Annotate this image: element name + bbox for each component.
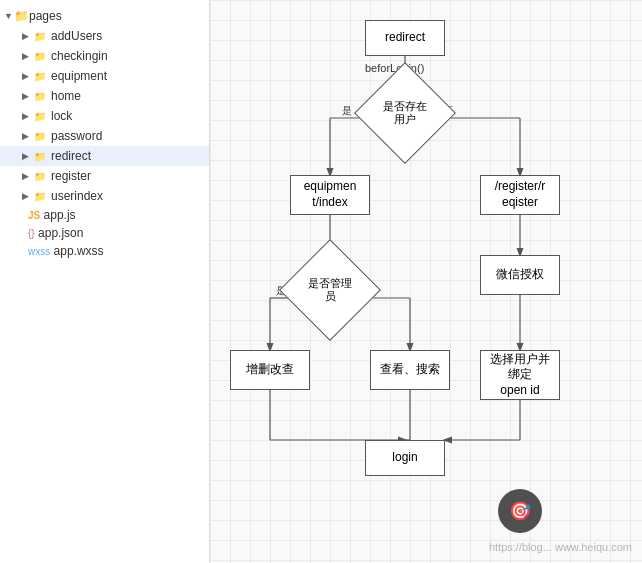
sidebar-label-checkingin: checkingin	[51, 49, 108, 63]
sidebar-label-app-json: app.json	[38, 226, 83, 240]
expand-arrow-pages: ▼	[4, 11, 14, 21]
folder-icon-addUsers: 📁	[32, 28, 48, 44]
folder-icon-equipment: 📁	[32, 68, 48, 84]
sidebar-item-register[interactable]: ▶ 📁 register	[0, 166, 209, 186]
sidebar-label-userindex: userindex	[51, 189, 103, 203]
arrow-password: ▶	[22, 131, 32, 141]
sidebar-item-equipment[interactable]: ▶ 📁 equipment	[0, 66, 209, 86]
node-wechat-auth: 微信授权	[480, 255, 560, 295]
folder-icon-redirect: 📁	[32, 148, 48, 164]
arrow-register: ▶	[22, 171, 32, 181]
sidebar-item-app-js[interactable]: JS app.js	[0, 206, 209, 224]
svg-text:是: 是	[342, 105, 352, 116]
folder-icon-password: 📁	[32, 128, 48, 144]
node-redirect: redirect	[365, 20, 445, 56]
sidebar-label-app-wxss: app.wxss	[54, 244, 104, 258]
node-user-exists-label: 是否存在用户	[383, 100, 427, 126]
node-wechat-auth-label: 微信授权	[496, 267, 544, 283]
sidebar-label-register: register	[51, 169, 91, 183]
node-redirect-label: redirect	[385, 30, 425, 46]
arrow-checkingin: ▶	[22, 51, 32, 61]
node-login: login	[365, 440, 445, 476]
logo-icon: 🎯	[509, 500, 531, 522]
folder-icon-userindex: 📁	[32, 188, 48, 204]
sidebar-label-password: password	[51, 129, 102, 143]
arrow-equipment: ▶	[22, 71, 32, 81]
js-icon: JS	[28, 210, 40, 221]
folder-icon-checkingin: 📁	[32, 48, 48, 64]
sidebar-item-lock[interactable]: ▶ 📁 lock	[0, 106, 209, 126]
node-view-search-label: 查看、搜索	[380, 362, 440, 378]
node-is-admin-label: 是否管理员	[308, 277, 352, 303]
node-register-label: /register/reqister	[495, 179, 546, 210]
node-view-search: 查看、搜索	[370, 350, 450, 390]
watermark-text: https://blog... www.heiqu.com	[489, 541, 632, 553]
sidebar-label-redirect: redirect	[51, 149, 91, 163]
node-select-user: 选择用户并绑定open id	[480, 350, 560, 400]
sidebar-item-addUsers[interactable]: ▶ 📁 addUsers	[0, 26, 209, 46]
logo-overlay: 🎯	[498, 489, 542, 533]
arrow-redirect: ▶	[22, 151, 32, 161]
watermark: https://blog... www.heiqu.com	[489, 541, 632, 553]
node-equipment-index: equipment/index	[290, 175, 370, 215]
sidebar-label-lock: lock	[51, 109, 72, 123]
node-login-label: login	[392, 450, 417, 466]
arrow-home: ▶	[22, 91, 32, 101]
folder-icon-register: 📁	[32, 168, 48, 184]
json-icon: {}	[28, 228, 35, 239]
sidebar-item-userindex[interactable]: ▶ 📁 userindex	[0, 186, 209, 206]
node-add-edit-delete: 增删改查	[230, 350, 310, 390]
node-register: /register/reqister	[480, 175, 560, 215]
node-equipment-index-label: equipment/index	[304, 179, 357, 210]
arrow-lock: ▶	[22, 111, 32, 121]
arrow-addUsers: ▶	[22, 31, 32, 41]
sidebar-item-password[interactable]: ▶ 📁 password	[0, 126, 209, 146]
sidebar-label-home: home	[51, 89, 81, 103]
node-user-exists: 是否存在用户	[370, 78, 440, 148]
sidebar-item-checkingin[interactable]: ▶ 📁 checkingin	[0, 46, 209, 66]
sidebar-label-addUsers: addUsers	[51, 29, 102, 43]
sidebar: ▼ 📁 pages ▶ 📁 addUsers ▶ 📁 checkingin ▶ …	[0, 0, 210, 563]
sidebar-label-equipment: equipment	[51, 69, 107, 83]
node-is-admin: 是否管理员	[295, 255, 365, 325]
sidebar-item-app-wxss[interactable]: wxss app.wxss	[0, 242, 209, 260]
sidebar-item-home[interactable]: ▶ 📁 home	[0, 86, 209, 106]
node-select-user-label: 选择用户并绑定open id	[490, 352, 550, 399]
folder-icon-home: 📁	[32, 88, 48, 104]
folder-icon-lock: 📁	[32, 108, 48, 124]
sidebar-item-app-json[interactable]: {} app.json	[0, 224, 209, 242]
folder-icon-pages: 📁	[14, 9, 29, 23]
node-add-edit-delete-label: 增删改查	[246, 362, 294, 378]
sidebar-label-pages: pages	[29, 9, 62, 23]
sidebar-label-app-js: app.js	[44, 208, 76, 222]
wxss-icon: wxss	[28, 246, 50, 257]
main-content: 是 否 是 否 beforLogin() redirect 是否存在用户 equ…	[210, 0, 642, 563]
sidebar-item-redirect[interactable]: ▶ 📁 redirect	[0, 146, 209, 166]
sidebar-root-pages[interactable]: ▼ 📁 pages	[0, 6, 209, 26]
arrow-userindex: ▶	[22, 191, 32, 201]
